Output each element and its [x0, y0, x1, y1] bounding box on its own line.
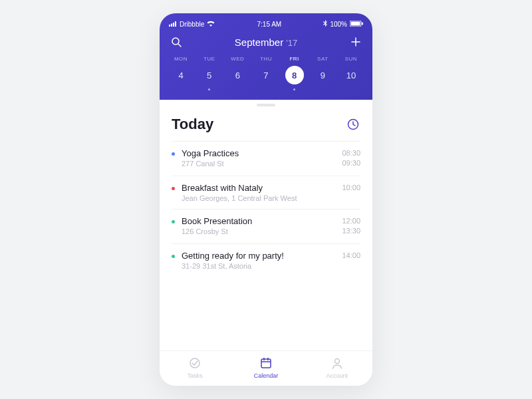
event-item[interactable]: Book Presentation126 Crosby St12:0013:30	[172, 209, 360, 243]
event-times: 12:0013:30	[342, 216, 360, 237]
time-view-button[interactable]	[346, 117, 360, 132]
month-label: September	[235, 37, 283, 48]
day-label: THU	[260, 56, 272, 62]
event-times: 10:00	[342, 183, 360, 193]
day-sat[interactable]: SAT9	[311, 56, 334, 90]
add-button[interactable]	[348, 35, 363, 49]
svg-rect-0	[169, 25, 170, 27]
day-tue[interactable]: TUE5	[198, 56, 221, 90]
day-label: TUE	[203, 56, 215, 62]
event-item[interactable]: Breakfast with NatalyJean Georges, 1 Cen…	[172, 176, 360, 209]
tab-label: Account	[326, 372, 348, 379]
drag-handle[interactable]	[160, 100, 372, 106]
battery-icon	[350, 21, 363, 28]
event-title: Getting ready for my party!	[182, 251, 335, 261]
day-sun[interactable]: SUN10	[339, 56, 363, 90]
day-thu[interactable]: THU7	[254, 56, 278, 90]
event-dot-icon	[208, 88, 210, 90]
day-fri[interactable]: FRI8	[283, 56, 307, 90]
tab-account[interactable]: Account	[301, 351, 372, 386]
nav-row: September '17	[169, 32, 363, 56]
event-subtitle: 31-29 31st St, Astoria	[182, 262, 335, 270]
event-item[interactable]: Yoga Practices277 Canal St08:3009:30	[172, 141, 360, 176]
day-number: 7	[257, 66, 275, 84]
content-area: Today Yoga Practices277 Canal St08:3009:…	[160, 106, 372, 350]
day-label: WED	[231, 56, 244, 62]
calendar-header: Dribbble 7:15 AM 100% Septemb	[160, 13, 372, 100]
day-label: MON	[174, 56, 188, 62]
event-title: Book Presentation	[182, 216, 335, 226]
tab-bar: TasksCalendarAccount	[160, 350, 372, 386]
bluetooth-icon	[323, 20, 327, 28]
carrier-label: Dribbble	[180, 21, 204, 28]
event-title: Breakfast with Nataly	[182, 183, 335, 193]
event-bullet-icon	[172, 220, 175, 223]
search-button[interactable]	[169, 35, 184, 49]
day-label: SUN	[345, 56, 357, 62]
tab-calendar[interactable]: Calendar	[231, 351, 302, 386]
day-number: 5	[200, 66, 219, 84]
svg-point-17	[334, 359, 339, 364]
event-title: Yoga Practices	[182, 148, 335, 158]
svg-point-12	[190, 358, 200, 368]
day-number: 8	[285, 66, 304, 84]
day-wed[interactable]: WED6	[225, 56, 249, 90]
svg-rect-6	[362, 22, 363, 25]
day-number: 4	[172, 66, 190, 84]
event-times: 14:00	[342, 251, 360, 261]
calendar-icon	[259, 356, 273, 371]
day-label: SAT	[317, 56, 328, 62]
svg-rect-1	[171, 23, 172, 27]
svg-rect-2	[173, 23, 174, 27]
event-dot-icon	[293, 88, 295, 90]
tab-label: Tasks	[188, 372, 203, 379]
battery-label: 100%	[330, 21, 347, 28]
event-bullet-icon	[172, 187, 175, 190]
event-times: 08:3009:30	[342, 148, 360, 169]
phone-frame: Dribbble 7:15 AM 100% Septemb	[160, 13, 372, 386]
svg-rect-3	[175, 21, 176, 27]
year-label: '17	[286, 38, 297, 48]
account-icon	[331, 356, 344, 371]
event-bullet-icon	[172, 255, 175, 258]
day-number: 9	[313, 66, 332, 84]
status-bar: Dribbble 7:15 AM 100%	[169, 19, 363, 32]
day-mon[interactable]: MON4	[169, 56, 193, 90]
event-item[interactable]: Getting ready for my party!31-29 31st St…	[172, 243, 360, 277]
svg-rect-5	[351, 21, 360, 25]
day-label: FRI	[289, 56, 299, 62]
signal-icon	[169, 21, 177, 28]
event-subtitle: 277 Canal St	[182, 160, 335, 168]
wifi-icon	[207, 21, 215, 28]
section-title: Today	[172, 116, 213, 133]
event-subtitle: 126 Crosby St	[182, 227, 335, 235]
svg-line-8	[178, 44, 181, 47]
day-number: 10	[342, 66, 360, 84]
week-strip: MON4TUE5WED6THU7FRI8SAT9SUN10	[169, 56, 363, 90]
svg-rect-13	[261, 359, 271, 368]
tab-tasks[interactable]: Tasks	[160, 351, 231, 386]
status-time: 7:15 AM	[257, 21, 281, 28]
day-number: 6	[228, 66, 247, 84]
month-title[interactable]: September '17	[235, 37, 297, 48]
tab-label: Calendar	[254, 372, 279, 379]
event-list: Yoga Practices277 Canal St08:3009:30Brea…	[172, 141, 360, 277]
event-subtitle: Jean Georges, 1 Central Park West	[182, 194, 335, 202]
event-bullet-icon	[172, 152, 175, 156]
tasks-icon	[188, 356, 201, 371]
